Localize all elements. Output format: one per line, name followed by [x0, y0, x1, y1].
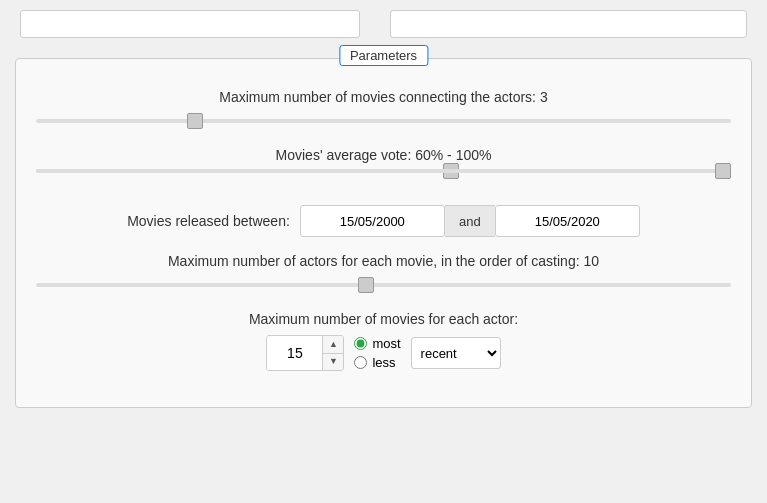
movies-count-row: ▲ ▼ most less rec [36, 335, 731, 371]
top-input-left[interactable] [20, 10, 360, 38]
max-movies-row: Maximum number of movies connecting the … [36, 89, 731, 131]
max-movies-slider-track [36, 111, 731, 131]
actors-per-movie-row: Maximum number of actors for each movie,… [36, 253, 731, 295]
movies-count-input-wrapper: ▲ ▼ [266, 335, 344, 371]
movies-per-actor-row: Maximum number of movies for each actor:… [36, 311, 731, 371]
spinner-down-button[interactable]: ▼ [323, 354, 343, 371]
radio-most-input[interactable] [354, 337, 367, 350]
vote-label: Movies' average vote: 60% - 100% [36, 147, 731, 163]
parameters-container: Parameters Maximum number of movies conn… [15, 58, 752, 408]
radio-less-input[interactable] [354, 356, 367, 369]
max-movies-label: Maximum number of movies connecting the … [36, 89, 731, 105]
movies-count-input[interactable] [267, 336, 322, 370]
vote-range-row: Movies' average vote: 60% - 100% [36, 147, 731, 189]
top-inputs-row [0, 0, 767, 48]
movies-per-actor-label: Maximum number of movies for each actor: [36, 311, 731, 327]
spinner-buttons: ▲ ▼ [322, 336, 343, 370]
and-label: and [445, 205, 495, 237]
parameters-body: Maximum number of movies connecting the … [16, 59, 751, 407]
release-date-start[interactable] [300, 205, 445, 237]
release-between-row: Movies released between: and [36, 205, 731, 237]
radio-less-label: less [372, 355, 395, 370]
max-movies-slider[interactable] [36, 119, 731, 123]
recent-select[interactable]: recent popular oldest [411, 337, 501, 369]
parameters-legend[interactable]: Parameters [339, 45, 428, 66]
actors-per-movie-slider[interactable] [36, 283, 731, 287]
radio-most-option[interactable]: most [354, 336, 400, 351]
vote-dual-slider [36, 169, 731, 189]
radio-less-option[interactable]: less [354, 355, 400, 370]
vote-slider-high[interactable] [36, 169, 731, 173]
actors-per-movie-slider-track [36, 275, 731, 295]
release-label: Movies released between: [127, 213, 290, 229]
radio-group: most less [354, 336, 400, 370]
top-input-right[interactable] [390, 10, 747, 38]
release-date-end[interactable] [495, 205, 640, 237]
actors-per-movie-label: Maximum number of actors for each movie,… [36, 253, 731, 269]
spinner-up-button[interactable]: ▲ [323, 336, 343, 354]
radio-most-label: most [372, 336, 400, 351]
